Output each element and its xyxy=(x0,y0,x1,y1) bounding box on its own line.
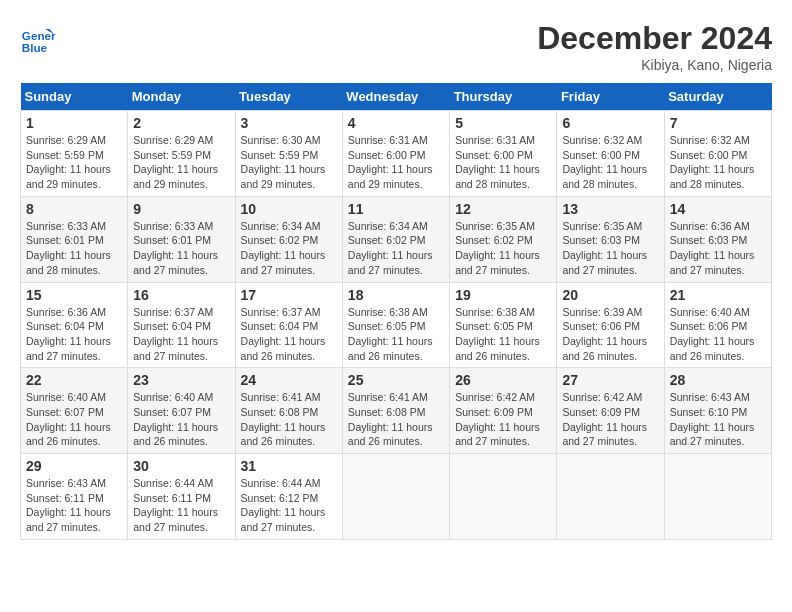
day-info: Sunrise: 6:40 AMSunset: 6:06 PMDaylight:… xyxy=(670,305,766,364)
weekday-header-tuesday: Tuesday xyxy=(235,83,342,111)
day-info: Sunrise: 6:37 AMSunset: 6:04 PMDaylight:… xyxy=(241,305,337,364)
calendar-cell: 7Sunrise: 6:32 AMSunset: 6:00 PMDaylight… xyxy=(664,111,771,197)
day-number: 15 xyxy=(26,287,122,303)
calendar-cell: 26Sunrise: 6:42 AMSunset: 6:09 PMDayligh… xyxy=(450,368,557,454)
day-info: Sunrise: 6:31 AMSunset: 6:00 PMDaylight:… xyxy=(455,133,551,192)
day-number: 13 xyxy=(562,201,658,217)
weekday-header-row: SundayMondayTuesdayWednesdayThursdayFrid… xyxy=(21,83,772,111)
calendar-cell: 2Sunrise: 6:29 AMSunset: 5:59 PMDaylight… xyxy=(128,111,235,197)
day-number: 4 xyxy=(348,115,444,131)
day-info: Sunrise: 6:36 AMSunset: 6:03 PMDaylight:… xyxy=(670,219,766,278)
day-number: 22 xyxy=(26,372,122,388)
calendar-cell: 22Sunrise: 6:40 AMSunset: 6:07 PMDayligh… xyxy=(21,368,128,454)
day-info: Sunrise: 6:35 AMSunset: 6:02 PMDaylight:… xyxy=(455,219,551,278)
day-info: Sunrise: 6:34 AMSunset: 6:02 PMDaylight:… xyxy=(241,219,337,278)
weekday-header-thursday: Thursday xyxy=(450,83,557,111)
day-number: 29 xyxy=(26,458,122,474)
location-label: Kibiya, Kano, Nigeria xyxy=(537,57,772,73)
calendar-cell: 23Sunrise: 6:40 AMSunset: 6:07 PMDayligh… xyxy=(128,368,235,454)
day-number: 24 xyxy=(241,372,337,388)
calendar-cell: 29Sunrise: 6:43 AMSunset: 6:11 PMDayligh… xyxy=(21,454,128,540)
calendar-cell: 25Sunrise: 6:41 AMSunset: 6:08 PMDayligh… xyxy=(342,368,449,454)
calendar-cell: 14Sunrise: 6:36 AMSunset: 6:03 PMDayligh… xyxy=(664,196,771,282)
calendar-cell: 21Sunrise: 6:40 AMSunset: 6:06 PMDayligh… xyxy=(664,282,771,368)
day-info: Sunrise: 6:37 AMSunset: 6:04 PMDaylight:… xyxy=(133,305,229,364)
calendar-cell: 27Sunrise: 6:42 AMSunset: 6:09 PMDayligh… xyxy=(557,368,664,454)
day-number: 17 xyxy=(241,287,337,303)
day-info: Sunrise: 6:29 AMSunset: 5:59 PMDaylight:… xyxy=(133,133,229,192)
calendar-cell xyxy=(450,454,557,540)
day-info: Sunrise: 6:40 AMSunset: 6:07 PMDaylight:… xyxy=(133,390,229,449)
day-number: 19 xyxy=(455,287,551,303)
day-info: Sunrise: 6:35 AMSunset: 6:03 PMDaylight:… xyxy=(562,219,658,278)
day-number: 23 xyxy=(133,372,229,388)
day-info: Sunrise: 6:33 AMSunset: 6:01 PMDaylight:… xyxy=(133,219,229,278)
day-info: Sunrise: 6:32 AMSunset: 6:00 PMDaylight:… xyxy=(562,133,658,192)
day-info: Sunrise: 6:29 AMSunset: 5:59 PMDaylight:… xyxy=(26,133,122,192)
weekday-header-sunday: Sunday xyxy=(21,83,128,111)
day-info: Sunrise: 6:38 AMSunset: 6:05 PMDaylight:… xyxy=(455,305,551,364)
calendar-cell: 28Sunrise: 6:43 AMSunset: 6:10 PMDayligh… xyxy=(664,368,771,454)
page-header: General Blue December 2024 Kibiya, Kano,… xyxy=(20,20,772,73)
weekday-header-wednesday: Wednesday xyxy=(342,83,449,111)
day-info: Sunrise: 6:40 AMSunset: 6:07 PMDaylight:… xyxy=(26,390,122,449)
calendar-cell xyxy=(557,454,664,540)
day-info: Sunrise: 6:43 AMSunset: 6:10 PMDaylight:… xyxy=(670,390,766,449)
day-info: Sunrise: 6:33 AMSunset: 6:01 PMDaylight:… xyxy=(26,219,122,278)
calendar-cell: 4Sunrise: 6:31 AMSunset: 6:00 PMDaylight… xyxy=(342,111,449,197)
calendar-cell: 31Sunrise: 6:44 AMSunset: 6:12 PMDayligh… xyxy=(235,454,342,540)
svg-text:Blue: Blue xyxy=(22,41,48,54)
day-number: 11 xyxy=(348,201,444,217)
day-info: Sunrise: 6:31 AMSunset: 6:00 PMDaylight:… xyxy=(348,133,444,192)
day-number: 31 xyxy=(241,458,337,474)
day-number: 1 xyxy=(26,115,122,131)
day-number: 16 xyxy=(133,287,229,303)
day-number: 10 xyxy=(241,201,337,217)
day-info: Sunrise: 6:43 AMSunset: 6:11 PMDaylight:… xyxy=(26,476,122,535)
calendar-cell xyxy=(664,454,771,540)
day-number: 27 xyxy=(562,372,658,388)
calendar-cell: 19Sunrise: 6:38 AMSunset: 6:05 PMDayligh… xyxy=(450,282,557,368)
calendar-cell: 10Sunrise: 6:34 AMSunset: 6:02 PMDayligh… xyxy=(235,196,342,282)
calendar-cell: 11Sunrise: 6:34 AMSunset: 6:02 PMDayligh… xyxy=(342,196,449,282)
day-number: 12 xyxy=(455,201,551,217)
day-number: 26 xyxy=(455,372,551,388)
weekday-header-monday: Monday xyxy=(128,83,235,111)
day-number: 2 xyxy=(133,115,229,131)
calendar-cell: 8Sunrise: 6:33 AMSunset: 6:01 PMDaylight… xyxy=(21,196,128,282)
day-info: Sunrise: 6:41 AMSunset: 6:08 PMDaylight:… xyxy=(241,390,337,449)
calendar-cell: 9Sunrise: 6:33 AMSunset: 6:01 PMDaylight… xyxy=(128,196,235,282)
day-number: 30 xyxy=(133,458,229,474)
week-row-3: 15Sunrise: 6:36 AMSunset: 6:04 PMDayligh… xyxy=(21,282,772,368)
day-info: Sunrise: 6:30 AMSunset: 5:59 PMDaylight:… xyxy=(241,133,337,192)
logo: General Blue xyxy=(20,20,60,56)
week-row-1: 1Sunrise: 6:29 AMSunset: 5:59 PMDaylight… xyxy=(21,111,772,197)
logo-icon: General Blue xyxy=(20,20,56,56)
week-row-5: 29Sunrise: 6:43 AMSunset: 6:11 PMDayligh… xyxy=(21,454,772,540)
day-number: 9 xyxy=(133,201,229,217)
day-info: Sunrise: 6:42 AMSunset: 6:09 PMDaylight:… xyxy=(455,390,551,449)
calendar-cell xyxy=(342,454,449,540)
day-number: 3 xyxy=(241,115,337,131)
day-number: 5 xyxy=(455,115,551,131)
calendar-cell: 16Sunrise: 6:37 AMSunset: 6:04 PMDayligh… xyxy=(128,282,235,368)
day-number: 18 xyxy=(348,287,444,303)
title-area: December 2024 Kibiya, Kano, Nigeria xyxy=(537,20,772,73)
day-number: 20 xyxy=(562,287,658,303)
day-info: Sunrise: 6:41 AMSunset: 6:08 PMDaylight:… xyxy=(348,390,444,449)
week-row-2: 8Sunrise: 6:33 AMSunset: 6:01 PMDaylight… xyxy=(21,196,772,282)
calendar-cell: 15Sunrise: 6:36 AMSunset: 6:04 PMDayligh… xyxy=(21,282,128,368)
day-info: Sunrise: 6:38 AMSunset: 6:05 PMDaylight:… xyxy=(348,305,444,364)
calendar-cell: 30Sunrise: 6:44 AMSunset: 6:11 PMDayligh… xyxy=(128,454,235,540)
day-number: 25 xyxy=(348,372,444,388)
day-number: 14 xyxy=(670,201,766,217)
day-info: Sunrise: 6:36 AMSunset: 6:04 PMDaylight:… xyxy=(26,305,122,364)
calendar-table: SundayMondayTuesdayWednesdayThursdayFrid… xyxy=(20,83,772,540)
day-number: 8 xyxy=(26,201,122,217)
calendar-cell: 20Sunrise: 6:39 AMSunset: 6:06 PMDayligh… xyxy=(557,282,664,368)
day-info: Sunrise: 6:44 AMSunset: 6:12 PMDaylight:… xyxy=(241,476,337,535)
week-row-4: 22Sunrise: 6:40 AMSunset: 6:07 PMDayligh… xyxy=(21,368,772,454)
day-info: Sunrise: 6:39 AMSunset: 6:06 PMDaylight:… xyxy=(562,305,658,364)
calendar-cell: 17Sunrise: 6:37 AMSunset: 6:04 PMDayligh… xyxy=(235,282,342,368)
day-info: Sunrise: 6:42 AMSunset: 6:09 PMDaylight:… xyxy=(562,390,658,449)
